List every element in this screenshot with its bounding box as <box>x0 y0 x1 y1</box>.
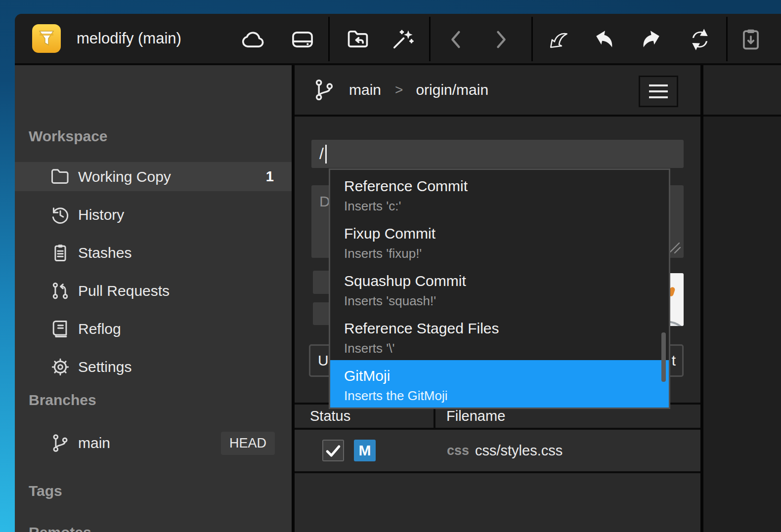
sidebar-item-label: Stashes <box>78 245 131 261</box>
sync-icon[interactable] <box>687 27 713 52</box>
autocomplete-item[interactable]: Reference Commit Inserts 'c:' <box>330 170 669 217</box>
sidebar-item-history[interactable]: History <box>15 200 292 229</box>
commit-autocomplete-dropdown: Reference Commit Inserts 'c:' Fixup Comm… <box>329 168 670 409</box>
breadcrumb-upstream[interactable]: origin/main <box>416 82 488 98</box>
toolbar-separator <box>328 17 330 61</box>
autocomplete-item-title: Fixup Commit <box>344 223 669 244</box>
checkmark-icon <box>323 441 343 460</box>
hamburger-line <box>649 96 668 98</box>
autocomplete-item-title: GitMoji <box>344 365 669 386</box>
history-icon <box>49 204 71 226</box>
clipboard-icon <box>49 242 71 264</box>
journal-icon <box>49 318 71 340</box>
right-panel <box>703 65 781 532</box>
push-icon[interactable] <box>638 27 664 52</box>
sidebar-section-branches: Branches <box>29 389 96 411</box>
sidebar-section-tags: Tags <box>29 480 62 502</box>
stash-pop-icon[interactable] <box>738 27 764 52</box>
nav-back-icon[interactable] <box>443 27 469 52</box>
breadcrumb-branch[interactable]: main <box>349 82 381 98</box>
commit-summary-value: / <box>319 145 324 163</box>
autocomplete-item-selected[interactable]: GitMoji Inserts the GitMoji <box>330 360 669 408</box>
app-icon <box>32 24 61 53</box>
autocomplete-item[interactable]: Fixup Commit Inserts 'fixup!' <box>330 217 669 265</box>
sidebar-section-workspace: Workspace <box>29 125 108 147</box>
autocomplete-item[interactable]: Squashup Commit Inserts 'squash!' <box>330 265 669 312</box>
git-branch-icon <box>49 432 71 454</box>
toolbar-separator <box>531 17 533 61</box>
desktop: { "window": { "title": "melodify (main)"… <box>0 0 781 532</box>
file-table-empty-area <box>295 473 700 532</box>
sidebar-item-label: Pull Requests <box>78 283 170 299</box>
dropdown-scrollbar-thumb[interactable] <box>661 332 666 382</box>
right-panel-header <box>703 65 781 117</box>
hamburger-line <box>649 90 668 92</box>
window-title: melodify (main) <box>77 14 181 63</box>
sidebar-item-stashes[interactable]: Stashes <box>15 238 292 267</box>
file-name: css/styles.css <box>475 430 563 471</box>
sidebar-item-working-copy[interactable]: Working Copy 1 <box>15 162 292 191</box>
hamburger-line <box>649 84 668 86</box>
open-folder-icon[interactable] <box>345 27 371 52</box>
breadcrumb-separator: > <box>395 82 403 98</box>
commit-button-label: t <box>672 352 676 368</box>
head-badge: HEAD <box>221 432 275 455</box>
autocomplete-item[interactable]: Reference Staged Files Inserts '\' <box>330 313 669 360</box>
pull-outline-icon[interactable] <box>546 27 572 52</box>
sidebar-item-pull-requests[interactable]: Pull Requests <box>15 276 292 305</box>
autocomplete-item-subtitle: Inserts 'c:' <box>344 197 669 215</box>
stage-checkbox[interactable] <box>322 440 344 461</box>
main-pane: main > origin/main / D U <box>295 65 700 532</box>
folder-icon <box>49 166 71 188</box>
sidebar-item-label: Reflog <box>78 321 121 337</box>
autocomplete-item-title: Reference Commit <box>344 175 669 197</box>
modified-status-badge: M <box>354 440 376 461</box>
text-caret <box>325 145 327 164</box>
app-window: melodify (main) <box>15 14 781 532</box>
merge-funnel-icon <box>36 28 57 49</box>
autocomplete-item-subtitle: Inserts 'squash!' <box>344 291 669 310</box>
sidebar-section-remotes: Remotes <box>29 522 91 532</box>
nav-forward-icon[interactable] <box>488 27 514 52</box>
toolbar-separator <box>429 17 431 61</box>
autocomplete-item-subtitle: Inserts 'fixup!' <box>344 244 669 263</box>
sidebar-item-reflog[interactable]: Reflog <box>15 314 292 343</box>
gear-icon <box>49 356 71 378</box>
git-branch-icon <box>311 77 337 103</box>
sidebar-item-branch-main[interactable]: main HEAD <box>15 428 292 458</box>
unstage-button-label: U <box>318 352 329 368</box>
hamburger-menu-button[interactable] <box>639 76 678 107</box>
sidebar-item-settings[interactable]: Settings <box>15 352 292 381</box>
sidebar-item-label: Settings <box>78 359 131 375</box>
magic-wand-icon[interactable] <box>390 27 415 52</box>
toolbar-separator <box>726 17 728 61</box>
cloud-icon[interactable] <box>240 27 266 52</box>
sidebar-item-label: Working Copy <box>78 168 171 185</box>
title-bar: melodify (main) <box>15 14 781 63</box>
sidebar-item-label: History <box>78 206 124 223</box>
staged-file-row[interactable]: M css css/styles.css <box>295 430 700 471</box>
working-copy-count-badge: 1 <box>266 168 274 185</box>
autocomplete-item-subtitle: Inserts the GitMoji <box>344 386 669 405</box>
sidebar: Workspace Working Copy 1 History Stashes <box>15 65 292 532</box>
pull-icon[interactable] <box>592 27 617 52</box>
file-type-label: css <box>447 430 469 471</box>
autocomplete-item-title: Squashup Commit <box>344 270 669 291</box>
autocomplete-item-subtitle: Inserts '\' <box>344 339 669 358</box>
sidebar-item-label: main <box>78 435 110 451</box>
autocomplete-item-title: Reference Staged Files <box>344 318 669 339</box>
pull-request-icon <box>49 280 71 302</box>
commit-summary-input[interactable]: / <box>311 140 684 168</box>
hard-drive-icon[interactable] <box>290 27 315 52</box>
branch-header: main > origin/main <box>295 65 700 117</box>
